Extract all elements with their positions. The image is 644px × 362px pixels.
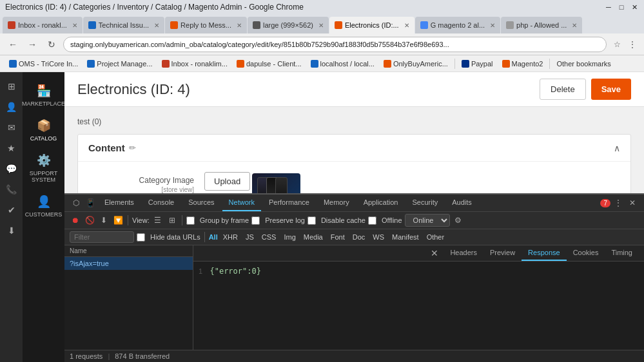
tab-electronics[interactable]: Electronics (ID:... ✕ bbox=[329, 17, 415, 33]
devtools-tab-elements[interactable]: Elements bbox=[98, 195, 141, 211]
chrome-task-icon[interactable]: ✔ bbox=[3, 201, 21, 219]
filter-other-button[interactable]: Other bbox=[427, 233, 445, 241]
throttle-select[interactable]: Online bbox=[405, 214, 450, 227]
bookmark-paypal[interactable]: Paypal bbox=[458, 59, 497, 69]
devtools-inspect-icon[interactable]: ⬡ bbox=[70, 196, 83, 209]
devtools-tab-memory[interactable]: Memory bbox=[317, 195, 356, 211]
filter-manifest-button[interactable]: Manifest bbox=[392, 233, 419, 241]
minimize-icon[interactable]: ─ bbox=[604, 3, 613, 12]
section-expand-icon[interactable]: ∧ bbox=[614, 143, 620, 153]
list-view-icon[interactable]: ☰ bbox=[152, 214, 164, 226]
chrome-mail-icon[interactable]: ✉ bbox=[3, 119, 21, 137]
detail-tab-response[interactable]: Response bbox=[522, 245, 567, 261]
filter-img-button[interactable]: Img bbox=[284, 233, 295, 241]
detail-tab-headers[interactable]: Headers bbox=[444, 245, 483, 261]
category-image-preview bbox=[250, 172, 302, 193]
chrome-bookmark-icon[interactable]: ★ bbox=[3, 139, 21, 157]
filter-js-button[interactable]: JS bbox=[246, 233, 254, 241]
sidebar-item-support[interactable]: ⚙️ SUPPORT SYSTEM bbox=[25, 148, 63, 188]
devtools-phone-icon[interactable]: 📱 bbox=[84, 196, 97, 209]
devtools-tab-sources[interactable]: Sources bbox=[182, 195, 220, 211]
chrome-social-icon[interactable]: 💬 bbox=[3, 160, 21, 178]
filter-css-button[interactable]: CSS bbox=[262, 233, 277, 241]
settings-icon[interactable]: ⚙ bbox=[453, 214, 464, 226]
tab-close-icon[interactable]: ✕ bbox=[490, 22, 495, 29]
sidebar-item-marketplace[interactable]: 🏪 MARKETPLACE bbox=[25, 79, 63, 112]
offline-checkbox[interactable] bbox=[368, 216, 376, 225]
sidebar-item-catalog[interactable]: 📦 CATALOG bbox=[25, 113, 63, 147]
devtools-more-icon[interactable]: ⋮ bbox=[612, 196, 625, 209]
tab-close-icon[interactable]: ✕ bbox=[72, 22, 77, 29]
bookmark-dapulse[interactable]: dapulse - Client... bbox=[233, 59, 306, 69]
tab-php[interactable]: php - Allowed ... ✕ bbox=[501, 17, 582, 33]
back-button[interactable]: ← bbox=[5, 37, 21, 52]
clear-button[interactable]: 🚫 bbox=[84, 214, 95, 226]
bookmark-magento2[interactable]: Magento2 bbox=[498, 59, 547, 69]
devtools-tab-security[interactable]: Security bbox=[405, 195, 444, 211]
filter-icon[interactable]: 🔽 bbox=[112, 214, 124, 226]
devtools-tab-network[interactable]: Network bbox=[222, 195, 261, 211]
hide-data-urls-checkbox[interactable] bbox=[137, 233, 145, 242]
fetch-icon[interactable]: ⬇ bbox=[98, 214, 110, 226]
filter-font-button[interactable]: Font bbox=[331, 233, 345, 241]
request-item-ajax[interactable]: ?isAjax=true bbox=[64, 257, 193, 270]
grid-view-icon[interactable]: ⊞ bbox=[166, 214, 178, 226]
tab-inbox[interactable]: Inbox - ronakl... ✕ bbox=[3, 17, 83, 33]
devtools-tab-audits[interactable]: Audits bbox=[445, 195, 478, 211]
detail-tab-cookies[interactable]: Cookies bbox=[567, 245, 605, 261]
forward-button[interactable]: → bbox=[24, 37, 40, 52]
filter-media-button[interactable]: Media bbox=[304, 233, 323, 241]
filter-all-button[interactable]: All bbox=[209, 233, 218, 241]
tab-large[interactable]: large (644×362) ✕ bbox=[248, 17, 329, 33]
bookmark-favicon bbox=[162, 60, 170, 68]
chrome-phone-icon[interactable]: 📞 bbox=[3, 180, 21, 198]
tab-technical[interactable]: Technical Issu... ✕ bbox=[83, 17, 164, 33]
detail-close-button[interactable]: ✕ bbox=[425, 245, 444, 261]
filter-ws-button[interactable]: WS bbox=[373, 233, 384, 241]
maximize-icon[interactable]: □ bbox=[617, 3, 626, 12]
settings-icon[interactable]: ⋮ bbox=[626, 38, 639, 51]
upload-button[interactable]: Upload bbox=[204, 172, 250, 191]
devtools-footer: 1 requests | 874 B transferred bbox=[64, 350, 644, 362]
request-count: 1 requests bbox=[70, 352, 102, 360]
close-icon[interactable]: ✕ bbox=[630, 3, 639, 12]
chrome-user-icon[interactable]: 👤 bbox=[3, 98, 21, 116]
delete-button[interactable]: Delete bbox=[540, 79, 586, 100]
bookmark-project[interactable]: Project Manage... bbox=[83, 59, 156, 69]
tab-magento2[interactable]: G magento 2 al... ✕ bbox=[415, 17, 500, 33]
bookmark-other[interactable]: Other bookmarks bbox=[552, 59, 614, 69]
bookmark-inbox[interactable]: Inbox - ronaklim... bbox=[158, 59, 231, 69]
filter-xhr-button[interactable]: XHR bbox=[223, 233, 238, 241]
preserve-log-checkbox[interactable] bbox=[251, 216, 260, 225]
save-button[interactable]: Save bbox=[591, 79, 631, 100]
chrome-apps-icon[interactable]: ⊞ bbox=[3, 77, 21, 95]
chrome-download-icon[interactable]: ⬇ bbox=[3, 222, 21, 240]
filter-doc-button[interactable]: Doc bbox=[353, 233, 366, 241]
network-filter-input[interactable] bbox=[70, 231, 134, 243]
url-bar[interactable]: staging.onlybuyamerican.com/admin_oba/ca… bbox=[63, 37, 607, 52]
hide-data-urls-label: Hide data URLs bbox=[150, 233, 200, 241]
tab-close-icon[interactable]: ✕ bbox=[404, 22, 409, 29]
bookmark-localhost[interactable]: localhost / local... bbox=[307, 59, 378, 69]
reload-button[interactable]: ↻ bbox=[44, 37, 59, 52]
tab-close-icon[interactable]: ✕ bbox=[237, 22, 242, 29]
tab-close-icon[interactable]: ✕ bbox=[154, 22, 159, 29]
devtools-close-icon[interactable]: ✕ bbox=[626, 196, 639, 209]
bookmark-icon[interactable]: ☆ bbox=[610, 38, 623, 51]
main-layout: ⊞ 👤 ✉ ★ 💬 📞 ✔ ⬇ 🏪 MARKETPLACE 📦 CATALOG … bbox=[0, 72, 644, 362]
bookmark-oms[interactable]: OMS - TriCore In... bbox=[5, 59, 82, 69]
sidebar-item-customers[interactable]: 👤 CUSTOMERS bbox=[25, 189, 63, 223]
devtools-tab-application[interactable]: Application bbox=[357, 195, 405, 211]
tab-reply[interactable]: Reply to Mess... ✕ bbox=[165, 17, 247, 33]
tab-close-icon[interactable]: ✕ bbox=[318, 22, 324, 29]
tab-close-icon[interactable]: ✕ bbox=[572, 22, 577, 29]
detail-tab-timing[interactable]: Timing bbox=[605, 245, 639, 261]
detail-tab-preview[interactable]: Preview bbox=[483, 245, 522, 261]
devtools-tab-console[interactable]: Console bbox=[142, 195, 181, 211]
record-button[interactable]: ⏺ bbox=[70, 214, 81, 226]
group-by-frame-checkbox[interactable] bbox=[186, 216, 195, 225]
devtools-tab-performance[interactable]: Performance bbox=[262, 195, 316, 211]
bookmark-onlybuy[interactable]: OnlyBuyAmeric... bbox=[380, 59, 452, 69]
disable-cache-checkbox[interactable] bbox=[307, 216, 316, 225]
edit-icon[interactable]: ✏ bbox=[129, 143, 136, 153]
